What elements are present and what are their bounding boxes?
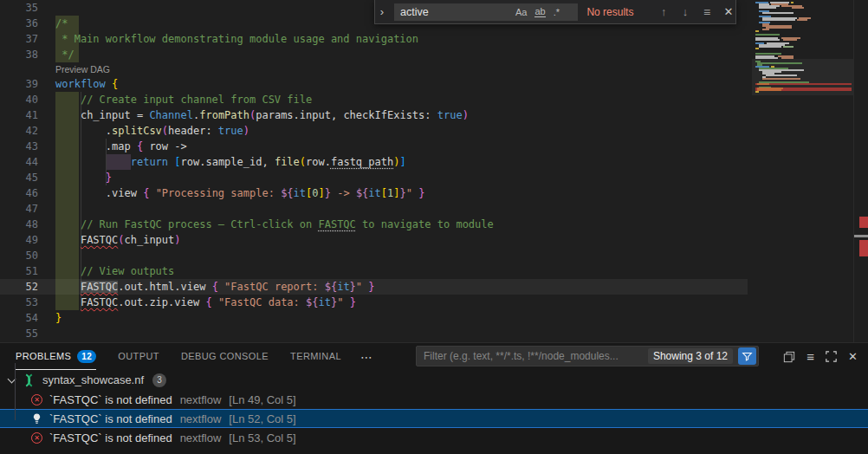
line-number: 35 (0, 0, 38, 16)
file-name: syntax_showcase.nf (42, 373, 144, 386)
code-line-40[interactable]: 40 // Create input channel from CSV file (0, 92, 748, 107)
line-number: 52 (0, 279, 38, 295)
problems-filter-input[interactable] (417, 350, 648, 362)
find-results-label: No results (586, 6, 649, 18)
code-line-41[interactable]: 41 ch_input = Channel.fromPath(params.in… (0, 107, 748, 123)
line-number: 41 (0, 107, 38, 123)
ruler-cursor-mark (854, 235, 868, 237)
line-number: 50 (0, 248, 38, 263)
panel-action-icons: ≡ ✕ (783, 343, 858, 370)
error-icon: ✕ (31, 432, 42, 444)
line-number: 46 (0, 185, 38, 201)
find-next-icon[interactable]: ↓ (678, 5, 692, 18)
line-number: 42 (0, 123, 38, 139)
line-number: 47 (0, 201, 38, 217)
code-line-52[interactable]: 52 FASTQC.out.html.view { "FastQC report… (0, 279, 748, 295)
nextflow-file-icon (22, 373, 36, 388)
tab-debug-console[interactable]: DEBUG CONSOLE (181, 343, 269, 370)
line-number: 36 (0, 16, 38, 31)
whole-word-icon[interactable]: ab (534, 6, 545, 17)
problems-file-row[interactable]: syntax_showcase.nf 3 (0, 370, 868, 390)
code-line-46[interactable]: 46 .view { "Processing sample: ${it[0]} … (0, 185, 748, 201)
code-line-37[interactable]: 37 * Main workflow demonstrating module … (0, 31, 748, 47)
code-line-51[interactable]: 51 // View outputs (0, 263, 748, 279)
find-close-icon[interactable]: ✕ (722, 5, 735, 18)
collapse-all-icon[interactable] (783, 351, 795, 363)
showing-count-badge: Showing 3 of 12 (648, 348, 733, 364)
code-line-45[interactable]: 45 } (0, 170, 748, 185)
find-toggle-replace-icon[interactable]: › (375, 5, 389, 18)
error-icon: ✕ (31, 394, 42, 405)
close-panel-icon[interactable]: ✕ (848, 350, 858, 363)
find-input-wrap: Aa ab .* (394, 3, 578, 21)
problems-count-badge: 12 (77, 350, 96, 363)
find-previous-icon[interactable]: ↑ (657, 5, 670, 18)
problem-source: nextflow (180, 412, 222, 425)
lightbulb-icon (31, 412, 42, 425)
problem-message: `FASTQC` is not defined (49, 431, 172, 444)
line-number: 45 (0, 170, 38, 185)
problem-row[interactable]: `FASTQC` is not definednextflow[Ln 52, C… (0, 409, 868, 428)
line-number: 40 (0, 92, 38, 107)
line-number: 44 (0, 154, 38, 170)
find-widget: › Aa ab .* No results ↑ ↓ ≡ ✕ (374, 0, 736, 24)
problem-source: nextflow (180, 393, 222, 406)
codelens-preview-dag[interactable]: Preview DAG (55, 62, 110, 76)
code-line-39[interactable]: 39workflow { (0, 76, 748, 92)
code-editor[interactable]: 3536/*37 * Main workflow demonstrating m… (0, 0, 868, 342)
code-line-53[interactable]: 53 FASTQC.out.zip.view { "FastQC data: $… (0, 295, 748, 310)
panel-tabs: PROBLEMS12OUTPUTDEBUG CONSOLETERMINAL (16, 343, 341, 370)
match-case-icon[interactable]: Aa (515, 7, 527, 17)
tab-output[interactable]: OUTPUT (118, 343, 159, 370)
tab-terminal[interactable]: TERMINAL (290, 343, 341, 370)
code-line-42[interactable]: 42 .splitCsv(header: true) (0, 123, 748, 139)
line-number: 37 (0, 31, 38, 47)
problem-source: nextflow (180, 431, 222, 444)
problems-tree: syntax_showcase.nf 3 ✕`FASTQC` is not de… (0, 370, 868, 447)
problem-location: [Ln 49, Col 5] (229, 393, 295, 406)
problem-location: [Ln 52, Col 5] (229, 412, 295, 425)
problem-message: `FASTQC` is not defined (49, 393, 172, 406)
file-problem-count-badge: 3 (152, 373, 166, 387)
find-input[interactable] (394, 6, 515, 18)
maximize-panel-icon[interactable] (826, 351, 837, 362)
problem-location: [Ln 53, Col 5] (229, 431, 295, 444)
line-number: 49 (0, 232, 38, 248)
line-number: 54 (0, 310, 38, 326)
tab-problems[interactable]: PROBLEMS12 (16, 343, 96, 370)
line-number: 51 (0, 263, 38, 279)
line-number: 39 (0, 76, 38, 92)
vscode-window: 3536/*37 * Main workflow demonstrating m… (0, 0, 868, 454)
line-number: 38 (0, 47, 38, 62)
panel-header: PROBLEMS12OUTPUTDEBUG CONSOLETERMINAL ⋯ … (0, 343, 868, 370)
problem-message: `FASTQC` is not defined (49, 412, 172, 425)
code-line-54[interactable]: 54} (0, 310, 748, 326)
code-line-47[interactable]: 47 (0, 201, 748, 217)
view-as-list-icon[interactable]: ≡ (806, 349, 814, 364)
filter-funnel-icon[interactable] (738, 347, 756, 365)
line-number: 43 (0, 139, 38, 154)
minimap[interactable] (752, 0, 853, 342)
bottom-panel: PROBLEMS12OUTPUTDEBUG CONSOLETERMINAL ⋯ … (0, 342, 868, 454)
code-line-50[interactable]: 50 (0, 248, 748, 263)
problem-row[interactable]: ✕`FASTQC` is not definednextflow[Ln 53, … (0, 428, 868, 447)
code-line-48[interactable]: 48 // Run FastQC process — Ctrl-click on… (0, 217, 748, 232)
problem-row[interactable]: ✕`FASTQC` is not definednextflow[Ln 49, … (0, 390, 868, 409)
code-line-44[interactable]: 44 return [row.sample_id, file(row.fastq… (0, 154, 748, 170)
line-number: 48 (0, 217, 38, 232)
find-in-selection-icon[interactable]: ≡ (700, 5, 714, 19)
code-line-55[interactable]: 55 (0, 326, 748, 341)
ruler-error-mark (859, 240, 868, 256)
code-line-43[interactable]: 43 .map { row -> (0, 139, 748, 154)
ruler-error-mark (859, 217, 868, 228)
code-line-49[interactable]: 49 FASTQC(ch_input) (0, 232, 748, 248)
more-actions-icon[interactable]: ⋯ (360, 350, 373, 364)
overview-ruler[interactable] (853, 0, 868, 342)
problems-filter: Showing 3 of 12 (416, 346, 759, 366)
line-number: 55 (0, 326, 38, 341)
code-line-38[interactable]: 38 */ (0, 47, 748, 62)
line-number: 53 (0, 295, 38, 310)
tree-indent-guide (15, 363, 16, 420)
regex-icon[interactable]: .* (554, 7, 560, 17)
